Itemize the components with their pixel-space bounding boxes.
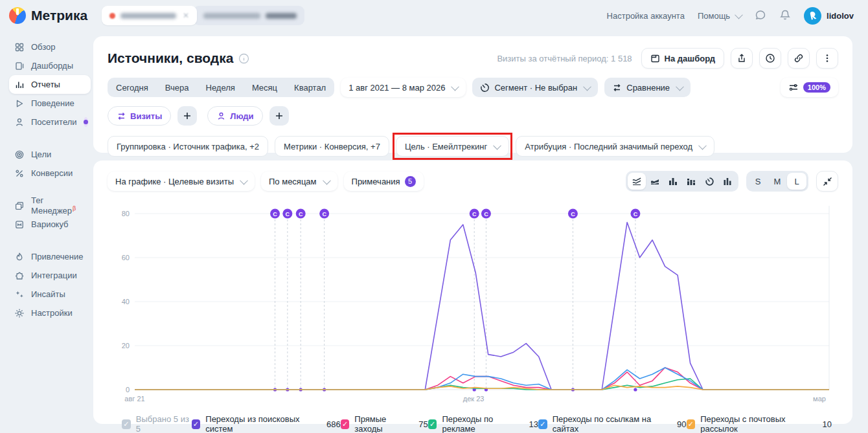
counter-tabs: ✕ [102, 6, 304, 25]
chart-pie-icon[interactable] [700, 173, 718, 190]
series-line [135, 368, 829, 390]
chart-column-icon[interactable] [718, 173, 737, 190]
info-icon[interactable] [238, 53, 249, 64]
period-grouping-dropdown[interactable]: По месяцам [261, 172, 337, 191]
play-icon [14, 98, 25, 109]
preset-month[interactable]: Месяц [244, 83, 286, 93]
svg-text:80: 80 [122, 210, 130, 217]
sidebar-item-tag-manager[interactable]: Тег Менеджерβ [9, 196, 91, 215]
plus-icon [275, 111, 284, 120]
preset-week[interactable]: Неделя [198, 83, 244, 93]
page-title: Источники, сводка [108, 50, 249, 66]
link-icon [794, 53, 804, 63]
legend-label: Прямые заходы [354, 414, 411, 433]
size-s[interactable]: S [748, 173, 768, 190]
sidebar-item-reports[interactable]: Отчеты [9, 75, 91, 94]
add-visits-metric-button[interactable] [177, 106, 197, 126]
date-presets: Сегодня Вчера Неделя Месяц Квартал [108, 78, 334, 97]
preset-yesterday[interactable]: Вчера [157, 83, 198, 93]
notes-count-badge: 5 [405, 176, 416, 187]
to-dashboard-button[interactable]: На дашборд [641, 48, 724, 69]
chart-stacked-bar-icon[interactable] [682, 173, 700, 190]
metrica-logo[interactable]: Метрика [9, 7, 87, 24]
checkbox-icon[interactable]: ✓ [122, 419, 131, 429]
copy-link-button[interactable] [788, 48, 810, 69]
notifications-bell-icon[interactable] [779, 9, 791, 23]
sidebar-item-visitors[interactable]: Посетители [9, 113, 91, 131]
grouping-dropdown[interactable]: Группировка · Источник трафика, +2 [108, 136, 268, 157]
sidebar-item-overview[interactable]: Обзор [9, 38, 91, 56]
sidebar-item-dashboards[interactable]: Дашборды [9, 56, 91, 75]
x-axis-tick: дек 23 [463, 395, 485, 403]
compare-selector[interactable]: Сравнение [604, 78, 691, 97]
size-m[interactable]: M [768, 173, 787, 190]
goal-dropdown[interactable]: Цель · Емейлтрекинг [396, 136, 509, 157]
chevron-down-icon [698, 141, 707, 150]
sidebar-item-integrations[interactable]: Интеграции [9, 266, 91, 285]
legend-value: 13 [529, 419, 538, 429]
checkbox-icon[interactable]: ✓ [428, 419, 437, 429]
beta-badge: β [73, 205, 76, 212]
on-chart-metric-dropdown[interactable]: На графике · Целевые визиты [108, 172, 255, 191]
legend-item[interactable]: ✓Переходы из поисковых систем686 [192, 414, 341, 433]
date-range-picker[interactable]: 1 авг 2021 — 8 мар 2026 [341, 78, 466, 97]
counter-tab-inactive[interactable] [193, 6, 304, 25]
feedback-icon[interactable] [755, 9, 766, 23]
sidebar-item-settings[interactable]: Настройки [9, 304, 91, 322]
checkbox-icon[interactable]: ✓ [687, 419, 696, 429]
legend-value: 10 [823, 419, 832, 429]
sparkles-icon [14, 289, 25, 300]
sidebar-item-insights[interactable]: Инсайты [9, 285, 91, 304]
export-button[interactable] [731, 48, 753, 69]
sampling-value-badge: 100% [803, 82, 830, 93]
sidebar-item-acquisition[interactable]: Привлечение [9, 247, 91, 266]
dashboard-widget-icon [650, 54, 660, 63]
chart-bar-icon[interactable] [664, 173, 682, 190]
preset-today[interactable]: Сегодня [108, 83, 157, 93]
metric-people-chip[interactable]: Люди [207, 106, 262, 126]
legend-item[interactable]: ✓Переходы с почтовых рассылок10 [687, 414, 832, 433]
svg-text:20: 20 [122, 342, 130, 350]
checkbox-icon[interactable]: ✓ [538, 419, 547, 429]
chevron-down-icon [583, 82, 591, 91]
add-people-metric-button[interactable] [269, 106, 289, 126]
person-icon [14, 117, 25, 128]
legend-select-all[interactable]: ✓Выбрано 5 из 5 [122, 414, 192, 433]
collapse-chart-button[interactable] [816, 171, 838, 192]
sidebar-item-conversions[interactable]: Конверсии [9, 164, 91, 183]
counter-tab-active[interactable]: ✕ [102, 6, 197, 25]
close-icon[interactable]: ✕ [183, 11, 189, 20]
kebab-menu-icon [822, 53, 832, 63]
notes-button[interactable]: Примечания 5 [344, 172, 424, 191]
metrics-dropdown[interactable]: Метрики · Конверсия, +7 [275, 136, 389, 157]
legend-item[interactable]: ✓Переходы по ссылкам на сайтах90 [538, 414, 687, 433]
x-axis-tick: мар [813, 395, 826, 403]
checkbox-icon[interactable]: ✓ [341, 419, 350, 429]
sidebar-item-goals[interactable]: Цели [9, 145, 91, 164]
help-menu[interactable]: Помощь [698, 11, 742, 21]
history-button[interactable] [759, 48, 781, 69]
legend-item[interactable]: ✓Переходы по рекламе13 [428, 414, 538, 433]
more-menu-button[interactable] [816, 48, 838, 69]
checkbox-icon[interactable]: ✓ [192, 419, 201, 429]
user-avatar[interactable] [804, 7, 821, 25]
segment-selector[interactable]: Сегмент · Не выбран [472, 78, 598, 97]
series-line [135, 223, 829, 390]
chart-line-icon[interactable] [628, 173, 646, 190]
legend-label: Переходы по рекламе [442, 414, 521, 433]
preset-quarter[interactable]: Квартал [286, 83, 334, 93]
sidebar-item-behavior[interactable]: Поведение [9, 94, 91, 113]
sidebar-item-variocube[interactable]: Вариокуб [9, 215, 91, 234]
size-l[interactable]: L [787, 173, 806, 190]
username[interactable]: lidolov [827, 11, 854, 21]
chart-stacked-area-icon[interactable] [646, 173, 664, 190]
legend-item[interactable]: ✓Прямые заходы75 [341, 414, 428, 433]
chart-size-switcher: S M L [746, 171, 808, 192]
account-settings-link[interactable]: Настройка аккаунта [607, 11, 685, 21]
svg-text:40: 40 [122, 298, 130, 305]
gear-icon [14, 308, 25, 318]
metric-visits-chip[interactable]: Визиты [108, 106, 171, 126]
sampling-button[interactable]: 100% [781, 78, 838, 97]
attribution-dropdown[interactable]: Атрибуция · Последний значимый переход [516, 136, 714, 157]
svg-text:C: C [484, 211, 488, 217]
